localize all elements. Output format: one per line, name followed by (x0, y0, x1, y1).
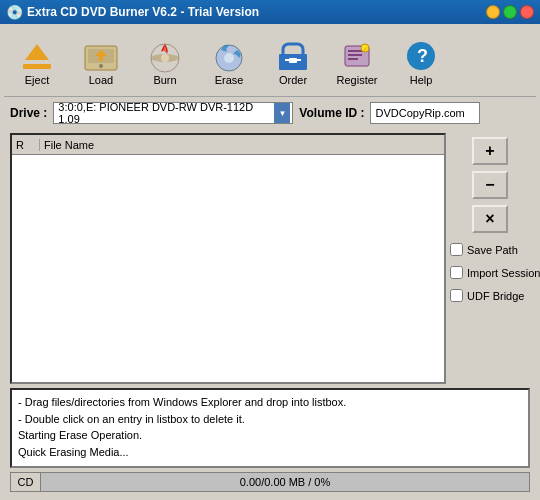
window-controls (486, 5, 534, 19)
order-button[interactable]: Order (262, 32, 324, 92)
save-path-checkbox[interactable] (450, 243, 463, 256)
drive-select[interactable]: 3:0:0,E: PIONEER DVD-RW DVR-112D 1.09 ▼ (53, 102, 293, 124)
progress-container: CD 0.00/0.00 MB / 0% (10, 472, 530, 492)
eject-button[interactable]: Eject (6, 32, 68, 92)
file-list: R File Name (10, 133, 446, 384)
import-session-label: Import Session (467, 267, 540, 279)
window-title: Extra CD DVD Burner V6.2 - Trial Version (27, 5, 259, 19)
erase-icon (211, 38, 247, 74)
burn-label: Burn (153, 74, 176, 86)
progress-bar-outer: 0.00/0.00 MB / 0% (41, 473, 529, 491)
title-bar: 💿 Extra CD DVD Burner V6.2 - Trial Versi… (0, 0, 540, 24)
clear-button[interactable]: × (472, 205, 508, 233)
load-icon (83, 38, 119, 74)
drive-dropdown-arrow[interactable]: ▼ (274, 103, 290, 123)
log-line: - Drag files/directories from Windows Ex… (18, 394, 522, 411)
progress-label: CD (11, 473, 41, 491)
svg-point-10 (224, 53, 234, 63)
svg-rect-5 (99, 56, 103, 61)
right-panel: + − × Save Path Import Session UDF Bridg… (450, 133, 530, 384)
erase-label: Erase (215, 74, 244, 86)
volume-id-input[interactable] (370, 102, 480, 124)
load-button[interactable]: Load (70, 32, 132, 92)
drive-value: 3:0:0,E: PIONEER DVD-RW DVR-112D 1.09 (56, 101, 274, 125)
svg-rect-18 (348, 58, 358, 60)
progress-text: 0.00/0.00 MB / 0% (240, 476, 331, 488)
app-icon: 💿 (6, 4, 23, 20)
log-line: Quick Erasing Media... (18, 444, 522, 461)
log-line: - Double click on an entry in listbox to… (18, 411, 522, 428)
register-button[interactable]: ✓ Register (326, 32, 388, 92)
clear-icon: × (485, 210, 494, 228)
svg-rect-17 (348, 54, 362, 56)
svg-point-8 (161, 54, 169, 62)
register-icon: ✓ (339, 38, 375, 74)
file-list-body[interactable] (12, 155, 444, 382)
svg-rect-12 (289, 58, 297, 63)
close-button[interactable] (520, 5, 534, 19)
udf-bridge-checkbox[interactable] (450, 289, 463, 302)
help-icon: ? (403, 38, 439, 74)
drive-row: Drive : 3:0:0,E: PIONEER DVD-RW DVR-112D… (4, 97, 536, 129)
svg-point-4 (99, 64, 103, 68)
add-button[interactable]: + (472, 137, 508, 165)
erase-button[interactable]: Erase (198, 32, 260, 92)
import-session-checkbox[interactable] (450, 266, 463, 279)
volume-id-label: Volume ID : (299, 106, 364, 120)
drive-label: Drive : (10, 106, 47, 120)
order-icon (275, 38, 311, 74)
file-list-header: R File Name (12, 135, 444, 155)
burn-button[interactable]: Burn (134, 32, 196, 92)
save-path-label: Save Path (467, 244, 518, 256)
svg-rect-0 (23, 64, 51, 69)
minimize-button[interactable] (486, 5, 500, 19)
import-session-row[interactable]: Import Session (450, 266, 530, 279)
help-label: Help (410, 74, 433, 86)
order-label: Order (279, 74, 307, 86)
toolbar: Eject Load Burn (4, 28, 536, 97)
help-button[interactable]: ? Help (390, 32, 452, 92)
content-area: R File Name + − × Save Path Impo (4, 129, 536, 388)
svg-marker-1 (25, 44, 49, 60)
remove-button[interactable]: − (472, 171, 508, 199)
col-r-header: R (12, 139, 40, 151)
maximize-button[interactable] (503, 5, 517, 19)
svg-text:✓: ✓ (363, 46, 368, 52)
save-path-row[interactable]: Save Path (450, 243, 530, 256)
burn-icon (147, 38, 183, 74)
register-label: Register (337, 74, 378, 86)
main-window: Eject Load Burn (0, 24, 540, 500)
svg-text:?: ? (417, 46, 428, 66)
col-name-header: File Name (40, 139, 444, 151)
eject-label: Eject (25, 74, 49, 86)
load-label: Load (89, 74, 113, 86)
log-area: - Drag files/directories from Windows Ex… (10, 388, 530, 468)
add-icon: + (485, 142, 494, 160)
eject-icon (19, 38, 55, 74)
remove-icon: − (485, 176, 494, 194)
udf-bridge-row[interactable]: UDF Bridge (450, 289, 530, 302)
title-bar-left: 💿 Extra CD DVD Burner V6.2 - Trial Versi… (6, 4, 259, 20)
udf-bridge-label: UDF Bridge (467, 290, 524, 302)
log-line: Starting Erase Operation. (18, 427, 522, 444)
